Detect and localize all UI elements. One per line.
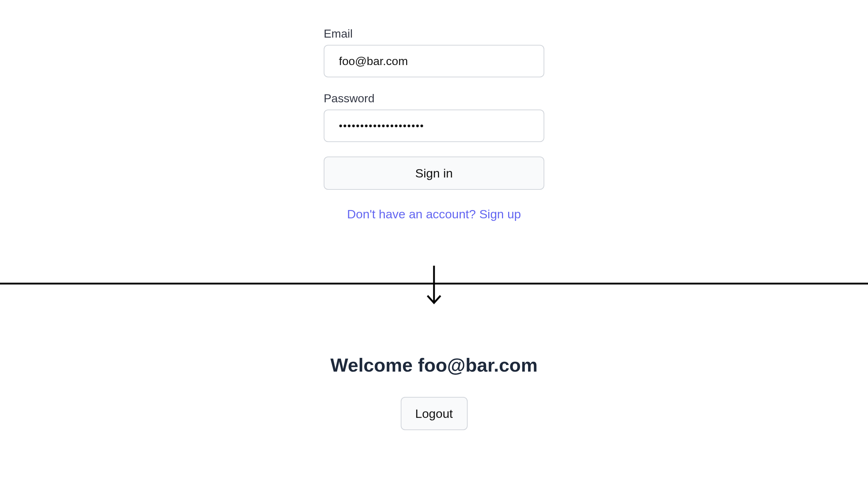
arrow-down-icon: [423, 264, 445, 307]
password-label: Password: [324, 92, 544, 105]
welcome-section: Welcome foo@bar.com Logout: [0, 354, 868, 430]
signin-button[interactable]: Sign in: [324, 157, 544, 190]
email-group: Email: [324, 27, 544, 77]
flow-divider: [0, 278, 868, 317]
email-field[interactable]: [324, 45, 544, 77]
login-form-section: Email Password Sign in Don't have an acc…: [0, 0, 868, 221]
password-field[interactable]: [324, 110, 544, 142]
email-label: Email: [324, 27, 544, 40]
form-container: Email Password Sign in Don't have an acc…: [324, 27, 544, 221]
welcome-heading: Welcome foo@bar.com: [331, 354, 538, 376]
logout-button[interactable]: Logout: [401, 397, 468, 430]
signup-link[interactable]: Don't have an account? Sign up: [324, 207, 544, 221]
password-group: Password: [324, 92, 544, 142]
